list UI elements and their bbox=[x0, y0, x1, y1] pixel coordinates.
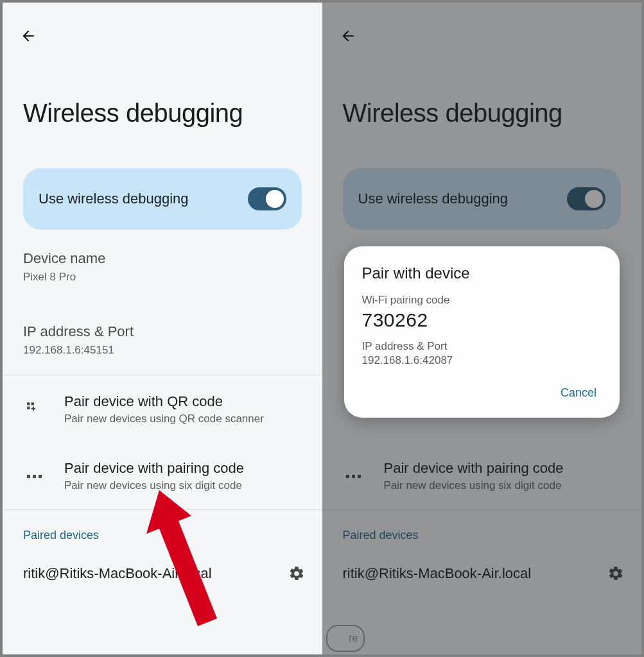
pair-code-row[interactable]: Pair device with pairing code Pair new d… bbox=[3, 444, 322, 508]
device-name-value: Pixel 8 Pro bbox=[23, 271, 302, 284]
toggle-label: Use wireless debugging bbox=[39, 191, 189, 207]
ip-port-block: IP address & Port 192.168.1.6:45151 bbox=[23, 323, 302, 357]
right-screenshot: Wireless debugging Use wireless debuggin… bbox=[322, 0, 645, 657]
qr-code-icon bbox=[21, 396, 48, 423]
paired-device-row[interactable]: ritik@Ritiks-MacBook-Air.local bbox=[23, 558, 309, 589]
pair-qr-title: Pair device with QR code bbox=[64, 393, 264, 410]
left-screenshot: Wireless debugging Use wireless debuggin… bbox=[0, 0, 322, 657]
dialog-ip-label: IP address & Port bbox=[362, 340, 602, 353]
pair-code-title: Pair device with pairing code bbox=[64, 460, 244, 477]
svg-rect-1 bbox=[31, 402, 34, 405]
svg-rect-2 bbox=[27, 407, 30, 409]
page-title: Wireless debugging bbox=[23, 99, 243, 128]
dialog-pairing-code-value: 730262 bbox=[362, 309, 602, 331]
divider bbox=[3, 509, 322, 510]
svg-rect-0 bbox=[27, 402, 30, 405]
pair-with-device-dialog: Pair with device Wi-Fi pairing code 7302… bbox=[344, 246, 620, 418]
device-name-label: Device name bbox=[23, 250, 302, 267]
dialog-title: Pair with device bbox=[362, 264, 602, 282]
ip-port-value: 192.168.1.6:45151 bbox=[23, 344, 302, 357]
back-button[interactable] bbox=[18, 26, 39, 46]
device-name-block: Device name Pixel 8 Pro bbox=[23, 250, 302, 284]
toggle-switch[interactable] bbox=[248, 187, 286, 210]
dialog-ip-value: 192.168.1.6:42087 bbox=[362, 354, 602, 367]
arrow-left-icon bbox=[20, 28, 37, 44]
pair-qr-row[interactable]: Pair device with QR code Pair new device… bbox=[3, 377, 322, 441]
divider bbox=[3, 375, 322, 375]
paired-device-name: ritik@Ritiks-MacBook-Air.local bbox=[23, 565, 212, 582]
pairing-code-icon bbox=[21, 463, 48, 490]
cancel-button[interactable]: Cancel bbox=[555, 380, 602, 406]
toggle-thumb bbox=[266, 190, 284, 208]
pair-code-subtitle: Pair new devices using six digit code bbox=[64, 479, 244, 492]
gear-icon bbox=[288, 565, 305, 582]
svg-rect-4 bbox=[31, 408, 36, 409]
pair-qr-subtitle: Pair new devices using QR code scanner bbox=[64, 413, 264, 425]
ip-port-label: IP address & Port bbox=[23, 323, 302, 340]
wireless-debugging-toggle-card[interactable]: Use wireless debugging bbox=[23, 168, 302, 230]
paired-devices-label: Paired devices bbox=[23, 529, 99, 542]
device-settings-button[interactable] bbox=[284, 561, 309, 586]
dialog-pairing-code-label: Wi-Fi pairing code bbox=[362, 294, 602, 307]
